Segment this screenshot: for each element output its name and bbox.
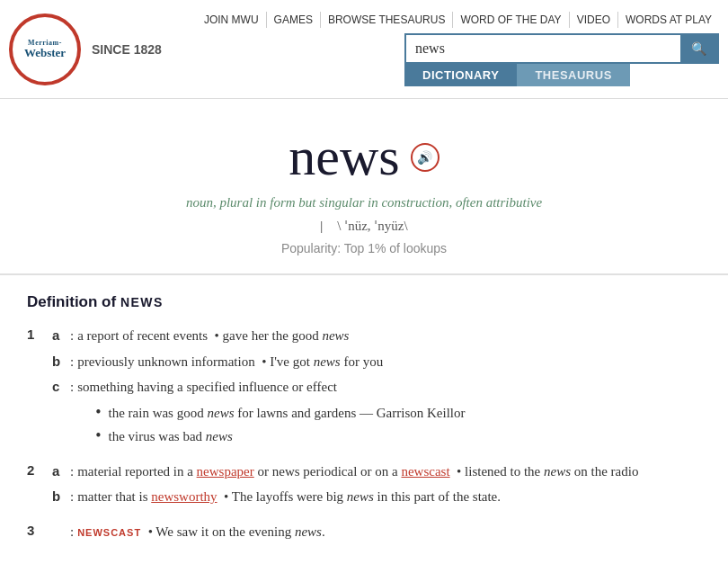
word-header: news 🔊 noun, plural in form but singular…	[0, 99, 728, 275]
logo-since: SINCE 1828	[92, 42, 162, 57]
pronunciation-separator: |	[320, 219, 323, 234]
def-text-1c: something having a specified influence o…	[77, 377, 701, 447]
def-letter-1b: b	[52, 352, 67, 372]
def-sense-3: : NEWSCAST • We saw it on the evening ne…	[52, 522, 701, 542]
main-word-area: news 🔊	[289, 126, 439, 188]
def-num-2: 2	[27, 461, 52, 507]
def-text-1a: a report of recent events • gave her the…	[77, 326, 701, 346]
def-bullet-1c-1: • the rain was good news for lawns and g…	[95, 403, 701, 424]
def-colon-1c: :	[70, 377, 74, 447]
def-senses-1: a : a report of recent events • gave her…	[52, 326, 701, 447]
nav-link-video[interactable]: VIDEO	[570, 12, 618, 28]
logo-circle[interactable]: Merriam- Webster	[9, 13, 81, 85]
nav-link-words[interactable]: WORDS AT PLAY	[618, 12, 719, 28]
def-text-2a: material reported in a newspaper or news…	[77, 461, 701, 482]
link-newscast-1[interactable]: newscast	[401, 464, 449, 479]
def-entry-3: 3 : NEWSCAST • We saw it on the evening …	[27, 522, 701, 542]
nav-right: JOIN MWU GAMES BROWSE THESAURUS WORD OF …	[162, 12, 719, 86]
main-word-text: news	[289, 126, 399, 188]
nav-link-join[interactable]: JOIN MWU	[197, 12, 267, 28]
nav-link-wotd[interactable]: WORD OF THE DAY	[453, 12, 569, 28]
logo-brand-main: Webster	[24, 47, 66, 59]
search-input[interactable]	[406, 35, 680, 62]
tab-dictionary[interactable]: DICTIONARY	[404, 64, 517, 86]
link-newscast-2[interactable]: NEWSCAST	[77, 527, 141, 538]
logo-area: Merriam- Webster SINCE 1828	[9, 13, 162, 85]
def-sense-2b: b : matter that is newsworthy • The layo…	[52, 487, 701, 507]
def-sense-1b: b : previously unknown information • I'v…	[52, 352, 701, 372]
def-letter-1a: a	[52, 326, 67, 346]
def-bullets-1c: • the rain was good news for lawns and g…	[95, 403, 701, 447]
top-nav: Merriam- Webster SINCE 1828 JOIN MWU GAM…	[0, 0, 728, 99]
tab-thesaurus[interactable]: THESAURUS	[517, 64, 629, 86]
def-colon-3: :	[70, 522, 74, 542]
def-letter-3	[52, 522, 67, 542]
dict-tabs: DICTIONARY THESAURUS	[404, 64, 719, 86]
def-entry-1: 1 a : a report of recent events • gave h…	[27, 326, 701, 447]
link-newspaper[interactable]: newspaper	[197, 464, 254, 479]
search-bar: 🔍	[404, 33, 719, 64]
def-sense-2a: a : material reported in a newspaper or …	[52, 461, 701, 482]
def-num-1: 1	[27, 326, 52, 447]
popularity: Popularity: Top 1% of lookups	[18, 241, 710, 255]
top-links: JOIN MWU GAMES BROWSE THESAURUS WORD OF …	[197, 12, 719, 28]
bullet-icon-2: •	[95, 426, 101, 446]
def-bullet-1c-2: • the virus was bad news	[95, 426, 701, 447]
link-newsworthy[interactable]: newsworthy	[151, 489, 217, 504]
nav-link-thesaurus[interactable]: BROWSE THESAURUS	[321, 12, 453, 28]
search-tabs-area: 🔍 DICTIONARY THESAURUS	[404, 33, 719, 86]
def-bullet-text-1c-1: the rain was good news for lawns and gar…	[108, 403, 465, 424]
pronunciation-line: | \ ˈnüz, ˈnyüz\	[18, 218, 710, 234]
def-heading-word: NEWS	[120, 295, 164, 309]
def-senses-2: a : material reported in a newspaper or …	[52, 461, 701, 507]
def-colon-2b: :	[70, 487, 74, 507]
def-senses-3: : NEWSCAST • We saw it on the evening ne…	[52, 522, 701, 542]
def-heading: Definition of NEWS	[27, 293, 701, 311]
def-colon-2a: :	[70, 461, 74, 482]
def-colon-1b: :	[70, 352, 74, 372]
def-sense-1a: a : a report of recent events • gave her…	[52, 326, 701, 346]
def-letter-1c: c	[52, 377, 67, 447]
def-text-2b: matter that is newsworthy • The layoffs …	[77, 487, 701, 507]
def-letter-2b: b	[52, 487, 67, 507]
sound-button[interactable]: 🔊	[411, 143, 439, 172]
def-entry-2: 2 a : material reported in a newspaper o…	[27, 461, 701, 507]
bullet-icon-1: •	[95, 403, 101, 423]
search-button[interactable]: 🔍	[680, 35, 717, 62]
definition-section: Definition of NEWS 1 a : a report of rec…	[0, 275, 728, 573]
def-text-1b: previously unknown information • I've go…	[77, 352, 701, 372]
def-text-3: NEWSCAST • We saw it on the evening news…	[77, 522, 701, 542]
def-sense-1c: c : something having a specified influen…	[52, 377, 701, 447]
sound-icon: 🔊	[417, 150, 432, 165]
nav-link-games[interactable]: GAMES	[267, 12, 321, 28]
word-pos: noun, plural in form but singular in con…	[18, 195, 710, 210]
def-colon-1a: :	[70, 326, 74, 346]
def-letter-2a: a	[52, 461, 67, 482]
pronunciation-text: \ ˈnüz, ˈnyüz\	[337, 218, 407, 234]
def-num-3: 3	[27, 522, 52, 542]
def-bullet-text-1c-2: the virus was bad news	[108, 426, 232, 447]
